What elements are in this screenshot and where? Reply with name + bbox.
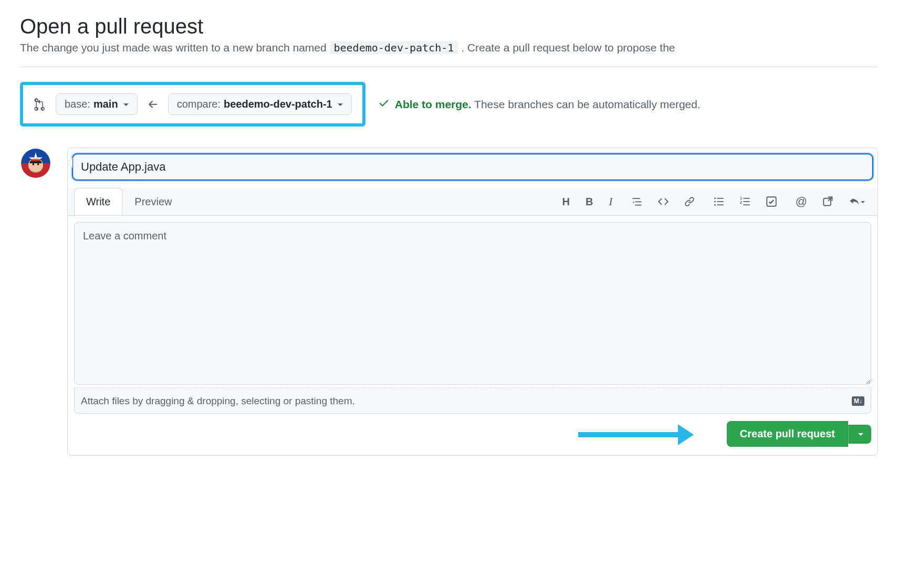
svg-point-8 (714, 201, 716, 203)
link-button[interactable] (682, 194, 697, 209)
page-subtitle: The change you just made was written to … (20, 41, 878, 54)
merge-status-able: Able to merge. (395, 98, 472, 110)
svg-rect-17 (743, 204, 750, 205)
quote-button[interactable] (630, 194, 644, 209)
chevron-down-icon (858, 433, 863, 438)
tab-preview[interactable]: Preview (122, 188, 184, 215)
markdown-help-icon[interactable]: M↓ (852, 396, 864, 406)
base-branch-value: main (93, 98, 118, 110)
code-button[interactable] (656, 194, 671, 209)
svg-point-9 (714, 204, 716, 206)
annotation-arrow (578, 424, 694, 445)
form-actions: Create pull request (68, 414, 878, 455)
bold-button[interactable]: B (583, 194, 595, 210)
compare-branch-selector[interactable]: compare: beedemo-dev-patch-1 (168, 93, 352, 115)
italic-button[interactable]: I (607, 193, 614, 211)
markdown-toolbar: H B I (556, 190, 871, 214)
git-compare-icon (34, 98, 46, 111)
comment-box: Write Preview H B I (67, 148, 878, 456)
chevron-down-icon (123, 103, 129, 109)
chevron-down-icon (338, 103, 343, 109)
branch-compare-highlight: base: main compare: beedemo-dev-patch-1 (20, 82, 366, 127)
merge-status-detail: These branches can be automatically merg… (474, 98, 701, 110)
chevron-down-icon (861, 201, 865, 205)
saved-reply-button[interactable] (847, 194, 867, 209)
compare-branch-value: beedemo-dev-patch-1 (224, 98, 332, 110)
base-branch-label: base: (65, 98, 90, 110)
subtitle-branch-code: beedemo-dev-patch-1 (330, 41, 458, 54)
create-pull-request-options-button[interactable] (848, 425, 871, 444)
attach-hint-text: Attach files by dragging & dropping, sel… (81, 395, 355, 407)
svg-rect-12 (717, 204, 724, 205)
svg-rect-16 (743, 201, 750, 202)
svg-rect-15 (743, 198, 750, 199)
subtitle-prefix: The change you just made was written to … (20, 41, 330, 54)
compare-branch-label: compare: (177, 98, 221, 110)
divider (20, 67, 878, 67)
avatar (20, 148, 51, 179)
svg-point-4 (37, 163, 39, 165)
pr-title-input[interactable] (73, 154, 872, 180)
tab-write[interactable]: Write (74, 188, 122, 215)
check-icon (378, 97, 390, 111)
svg-point-3 (32, 163, 34, 165)
cross-reference-button[interactable] (821, 194, 836, 209)
base-branch-selector[interactable]: base: main (56, 93, 138, 115)
arrow-left-icon (147, 99, 159, 110)
svg-rect-10 (717, 198, 724, 199)
unordered-list-button[interactable] (712, 194, 726, 209)
create-pull-request-button[interactable]: Create pull request (727, 421, 848, 447)
comment-textarea[interactable] (74, 222, 871, 385)
svg-rect-6 (30, 161, 41, 163)
attach-hint-bar[interactable]: Attach files by dragging & dropping, sel… (74, 387, 871, 414)
svg-rect-11 (717, 201, 724, 202)
ordered-list-button[interactable]: 12 (738, 194, 753, 209)
mention-button[interactable]: @ (793, 193, 809, 211)
task-list-button[interactable] (764, 194, 779, 209)
heading-button[interactable]: H (560, 194, 571, 210)
comment-tabs: Write Preview H B I (68, 188, 878, 215)
svg-text:2: 2 (740, 200, 742, 205)
pr-form: Write Preview H B I (20, 148, 878, 456)
page-title: Open a pull request (20, 15, 878, 38)
compare-row: base: main compare: beedemo-dev-patch-1 … (20, 82, 878, 127)
svg-point-7 (714, 197, 716, 199)
merge-status: Able to merge. These branches can be aut… (378, 97, 701, 111)
subtitle-suffix: . Create a pull request below to propose… (461, 41, 675, 54)
